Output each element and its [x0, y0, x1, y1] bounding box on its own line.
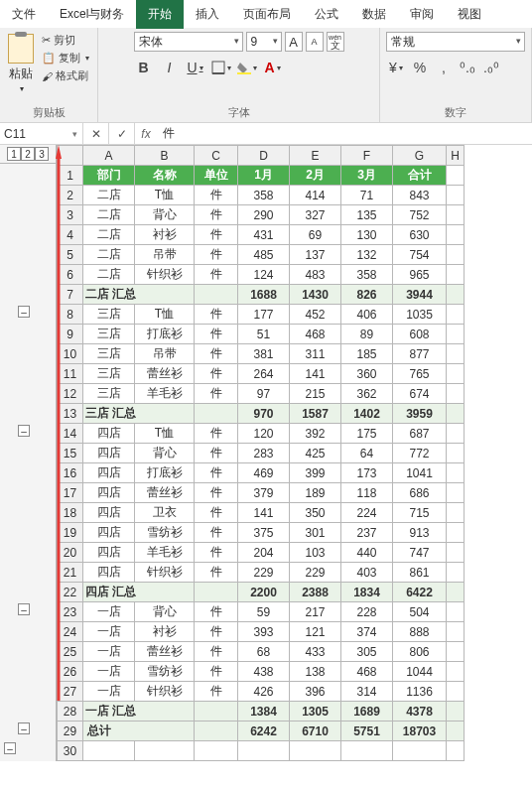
outline-toggle-row-7[interactable]: – [18, 306, 30, 318]
cell[interactable]: 314 [341, 682, 393, 702]
cell[interactable]: 四店 [83, 483, 135, 503]
cell[interactable]: 18703 [393, 722, 447, 741]
cell[interactable]: 件 [195, 602, 238, 622]
cell[interactable]: 440 [341, 543, 393, 563]
cell[interactable]: 229 [238, 563, 290, 583]
cell[interactable]: 469 [238, 463, 290, 483]
cell[interactable] [447, 305, 465, 325]
phonetic-button[interactable]: wén 文 [327, 32, 344, 52]
cell[interactable]: 392 [290, 424, 341, 444]
cell[interactable]: 228 [341, 602, 393, 622]
cell[interactable]: 406 [341, 305, 393, 325]
cell[interactable]: 1305 [290, 702, 341, 722]
cell[interactable]: 1136 [393, 682, 447, 702]
cell[interactable] [447, 225, 465, 245]
cell[interactable]: 204 [238, 543, 290, 563]
cell[interactable]: 217 [290, 602, 341, 622]
bold-button[interactable]: B [134, 58, 154, 77]
col-header-F[interactable]: F [341, 146, 393, 166]
cell[interactable]: 752 [393, 205, 447, 225]
row-header-27[interactable]: 27 [58, 682, 83, 702]
cell[interactable]: 120 [238, 424, 290, 444]
cell[interactable]: 1688 [238, 285, 290, 305]
cell[interactable]: 138 [290, 662, 341, 682]
underline-button[interactable]: U▾ [186, 58, 205, 77]
cell[interactable]: 件 [195, 622, 238, 642]
cell[interactable]: 175 [341, 424, 393, 444]
cell[interactable] [447, 344, 465, 364]
cell[interactable]: 438 [238, 662, 290, 682]
font-size-select[interactable]: 9 ▾ [246, 32, 282, 52]
cell[interactable] [447, 642, 465, 662]
row-header-8[interactable]: 8 [58, 305, 83, 325]
cell[interactable]: 141 [238, 503, 290, 523]
table-header[interactable]: 单位 [195, 166, 238, 186]
cell[interactable]: 雪纺衫 [135, 662, 195, 682]
cell[interactable]: 四店 [83, 424, 135, 444]
cell[interactable]: 衬衫 [135, 225, 195, 245]
cell[interactable]: 6710 [290, 722, 341, 741]
currency-button[interactable]: ¥▾ [386, 58, 406, 77]
cell[interactable]: 四店 [83, 523, 135, 543]
cell[interactable]: 羊毛衫 [135, 384, 195, 404]
cell[interactable]: 806 [393, 642, 447, 662]
cell[interactable] [341, 741, 393, 761]
row-header-12[interactable]: 12 [58, 384, 83, 404]
col-header-H[interactable]: H [447, 146, 465, 166]
cell[interactable]: 三店 [83, 305, 135, 325]
table-header[interactable]: 名称 [135, 166, 195, 186]
cut-button[interactable]: ✂ 剪切 [40, 32, 91, 49]
row-header-24[interactable]: 24 [58, 622, 83, 642]
cell[interactable]: 件 [195, 344, 238, 364]
table-header[interactable]: 3月 [341, 166, 393, 186]
cell[interactable]: 69 [290, 225, 341, 245]
cell[interactable]: 608 [393, 325, 447, 344]
cell[interactable]: 件 [195, 265, 238, 285]
tab-3[interactable]: 插入 [184, 0, 231, 29]
row-header-14[interactable]: 14 [58, 424, 83, 444]
row-header-23[interactable]: 23 [58, 602, 83, 622]
font-name-select[interactable]: 宋体 ▾ [134, 32, 243, 52]
cell[interactable] [447, 364, 465, 384]
cell[interactable]: 蕾丝衫 [135, 642, 195, 662]
outline-toggle-row-29[interactable]: – [4, 742, 16, 754]
col-header-D[interactable]: D [238, 146, 290, 166]
row-header-18[interactable]: 18 [58, 503, 83, 523]
cell[interactable]: 背心 [135, 205, 195, 225]
cell[interactable] [195, 285, 238, 305]
cell[interactable]: 861 [393, 563, 447, 583]
cell[interactable]: 吊带 [135, 344, 195, 364]
paste-button[interactable]: 粘贴 ▾ [6, 32, 36, 95]
cell[interactable]: 件 [195, 463, 238, 483]
cell[interactable]: 4378 [393, 702, 447, 722]
cell[interactable]: 一店 [83, 602, 135, 622]
cell[interactable]: 59 [238, 602, 290, 622]
cell[interactable]: 四店 [83, 543, 135, 563]
cell[interactable]: 305 [341, 642, 393, 662]
row-header-6[interactable]: 6 [58, 265, 83, 285]
row-header-21[interactable]: 21 [58, 563, 83, 583]
cell[interactable] [447, 503, 465, 523]
row-header-19[interactable]: 19 [58, 523, 83, 543]
cell[interactable]: 件 [195, 503, 238, 523]
cell[interactable]: 452 [290, 305, 341, 325]
row-header-3[interactable]: 3 [58, 205, 83, 225]
cell[interactable] [290, 741, 341, 761]
cell[interactable] [447, 563, 465, 583]
cell[interactable]: 2388 [290, 583, 341, 602]
cell[interactable]: 背心 [135, 444, 195, 463]
cell[interactable] [238, 741, 290, 761]
fx-icon[interactable]: fx [135, 127, 157, 141]
cell[interactable]: 三店 汇总 [83, 404, 195, 424]
row-header-30[interactable]: 30 [58, 741, 83, 761]
cell[interactable]: 237 [341, 523, 393, 543]
cell[interactable]: 379 [238, 483, 290, 503]
cell[interactable]: 一店 [83, 642, 135, 662]
cell[interactable]: 1402 [341, 404, 393, 424]
cell[interactable]: 189 [290, 483, 341, 503]
cell[interactable]: 124 [238, 265, 290, 285]
cell[interactable]: 715 [393, 503, 447, 523]
cell[interactable]: 224 [341, 503, 393, 523]
cell[interactable]: 件 [195, 305, 238, 325]
cell[interactable] [447, 325, 465, 344]
